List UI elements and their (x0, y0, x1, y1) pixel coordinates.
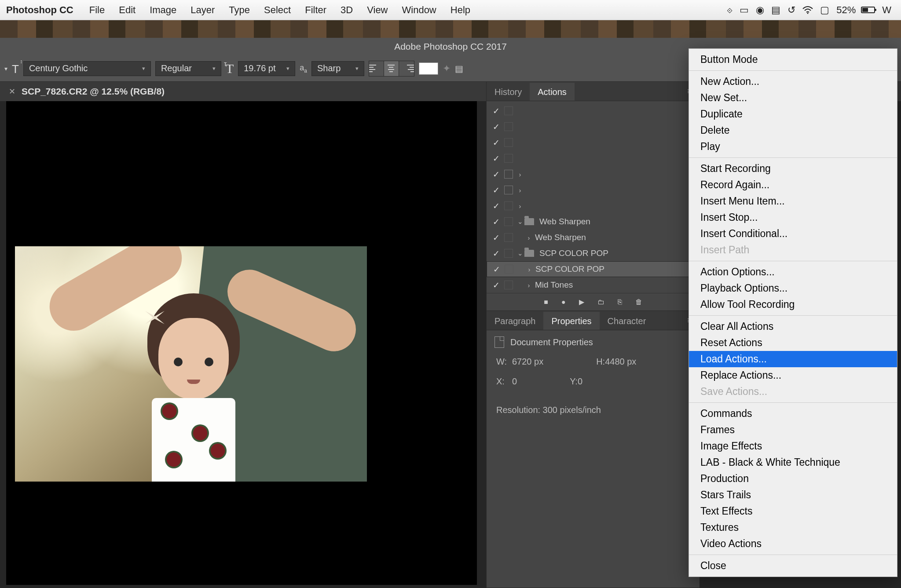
timemachine-icon[interactable]: ↺ (787, 4, 795, 16)
battery-icon[interactable] (861, 7, 875, 13)
action-toggle-check[interactable]: ✓ (491, 264, 502, 274)
menu-3d[interactable]: 3D (341, 4, 353, 16)
antialias-select[interactable]: Sharp▾ (311, 61, 364, 76)
document-tab[interactable]: SCP_7826.CR2 @ 12.5% (RGB/8) (22, 86, 165, 97)
action-disclosure-icon[interactable]: › (516, 202, 524, 210)
close-tab-icon[interactable]: ✕ (9, 87, 15, 96)
new-action-icon[interactable]: ⎘ (618, 298, 622, 306)
tab-history[interactable]: History (487, 83, 530, 101)
text-color-swatch[interactable] (419, 62, 438, 75)
tab-paragraph[interactable]: Paragraph (487, 312, 543, 330)
action-disclosure-icon[interactable]: › (516, 186, 524, 194)
action-disclosure-icon[interactable]: › (525, 266, 534, 273)
battery-pct[interactable]: 52% (836, 4, 856, 16)
menu-item-new-set[interactable]: New Set... (689, 90, 897, 106)
action-toggle-check[interactable]: ✓ (491, 185, 502, 195)
creative-cloud-icon[interactable]: ◉ (756, 4, 764, 16)
menu-layer[interactable]: Layer (190, 4, 215, 16)
action-dialog-toggle[interactable] (504, 233, 513, 242)
record-icon[interactable]: ● (561, 298, 566, 306)
action-row[interactable]: ✓›Web Sharpen (487, 230, 700, 245)
canvas[interactable] (6, 101, 477, 585)
menu-view[interactable]: View (367, 4, 388, 16)
menu-item-textures[interactable]: Textures (689, 519, 897, 536)
menu-item-playback-options[interactable]: Playback Options... (689, 280, 897, 296)
action-row[interactable]: ✓ (487, 135, 700, 150)
action-dialog-toggle[interactable] (504, 281, 513, 289)
menu-item-button-mode[interactable]: Button Mode (689, 51, 897, 68)
menu-item-load-actions[interactable]: Load Actions... (689, 351, 897, 367)
font-style-select[interactable]: Regular▾ (155, 61, 221, 76)
action-row[interactable]: ✓›Mid Tones (487, 277, 700, 293)
tab-properties[interactable]: Properties (543, 312, 599, 330)
wifi-icon[interactable] (802, 6, 813, 14)
action-toggle-check[interactable]: ✓ (491, 217, 502, 227)
menu-item-allow-tool-recording[interactable]: Allow Tool Recording (689, 296, 897, 313)
font-family-select[interactable]: Century Gothic▾ (23, 61, 151, 76)
menu-item-lab-black-white-technique[interactable]: LAB - Black & White Technique (689, 454, 897, 471)
tool-presets-icon[interactable]: ▾ (4, 65, 7, 72)
new-set-icon[interactable]: 🗀 (597, 298, 604, 306)
action-dialog-toggle[interactable] (504, 170, 513, 179)
menu-item-frames[interactable]: Frames (689, 422, 897, 438)
menu-filter[interactable]: Filter (305, 4, 326, 16)
action-disclosure-icon[interactable]: ⌄ (516, 249, 524, 257)
action-row[interactable]: ✓ (487, 103, 700, 119)
menu-item-start-recording[interactable]: Start Recording (689, 161, 897, 177)
menu-item-reset-actions[interactable]: Reset Actions (689, 335, 897, 351)
action-dialog-toggle[interactable] (504, 217, 513, 226)
menu-file[interactable]: File (89, 4, 105, 16)
action-row[interactable]: ✓› (487, 182, 700, 198)
action-row[interactable]: ✓⌄Web Sharpen (487, 214, 700, 230)
menu-item-play[interactable]: Play (689, 139, 897, 155)
character-panel-icon[interactable]: ▤ (455, 63, 463, 74)
stop-icon[interactable]: ■ (544, 298, 548, 306)
action-dialog-toggle[interactable] (504, 186, 513, 194)
action-row[interactable]: ✓⌄SCP COLOR POP (487, 245, 700, 261)
align-left-button[interactable] (369, 61, 384, 76)
action-row[interactable]: ✓›SCP COLOR POP (487, 261, 700, 277)
menu-item-video-actions[interactable]: Video Actions (689, 536, 897, 552)
app-name[interactable]: Photoshop CC (6, 4, 73, 16)
type-tool-icon[interactable]: T↕ (12, 61, 19, 76)
align-center-button[interactable] (384, 61, 399, 76)
play-icon[interactable]: ▶ (579, 298, 584, 306)
delete-icon[interactable]: 🗑 (635, 298, 642, 306)
menu-select[interactable]: Select (264, 4, 291, 16)
action-dialog-toggle[interactable] (504, 106, 513, 115)
menu-item-action-options[interactable]: Action Options... (689, 264, 897, 280)
action-toggle-check[interactable]: ✓ (491, 138, 502, 148)
action-row[interactable]: ✓› (487, 198, 700, 214)
warp-text-icon[interactable]: ✦ (443, 63, 450, 74)
mission-control-icon[interactable]: ▭ (740, 4, 749, 16)
menu-item-image-effects[interactable]: Image Effects (689, 438, 897, 454)
tab-character[interactable]: Character (600, 312, 654, 330)
tab-actions[interactable]: Actions (530, 83, 575, 101)
action-row[interactable]: ✓ (487, 150, 700, 166)
menu-item-clear-all-actions[interactable]: Clear All Actions (689, 318, 897, 335)
menu-type[interactable]: Type (229, 4, 250, 16)
action-toggle-check[interactable]: ✓ (491, 201, 502, 211)
menu-edit[interactable]: Edit (119, 4, 136, 16)
menu-item-insert-menu-item[interactable]: Insert Menu Item... (689, 193, 897, 209)
action-dialog-toggle[interactable] (504, 201, 513, 210)
menu-window[interactable]: Window (402, 4, 436, 16)
action-toggle-check[interactable]: ✓ (491, 280, 502, 290)
action-toggle-check[interactable]: ✓ (491, 169, 502, 179)
dropbox-icon[interactable]: ⟐ (727, 4, 733, 16)
menu-item-text-effects[interactable]: Text Effects (689, 503, 897, 519)
action-disclosure-icon[interactable]: › (524, 234, 533, 241)
action-dialog-toggle[interactable] (505, 265, 513, 274)
action-toggle-check[interactable]: ✓ (491, 153, 502, 164)
actions-list[interactable]: ✓✓✓✓✓›✓›✓›✓⌄Web Sharpen✓›Web Sharpen✓⌄SC… (487, 101, 700, 293)
menu-item-production[interactable]: Production (689, 471, 897, 487)
menu-item-duplicate[interactable]: Duplicate (689, 106, 897, 122)
action-toggle-check[interactable]: ✓ (491, 122, 502, 132)
action-disclosure-icon[interactable]: › (516, 171, 524, 178)
menu-item-insert-stop[interactable]: Insert Stop... (689, 209, 897, 226)
action-toggle-check[interactable]: ✓ (491, 233, 502, 243)
action-toggle-check[interactable]: ✓ (491, 248, 502, 259)
action-row[interactable]: ✓› (487, 166, 700, 182)
action-toggle-check[interactable]: ✓ (491, 106, 502, 116)
action-disclosure-icon[interactable]: › (524, 281, 533, 289)
